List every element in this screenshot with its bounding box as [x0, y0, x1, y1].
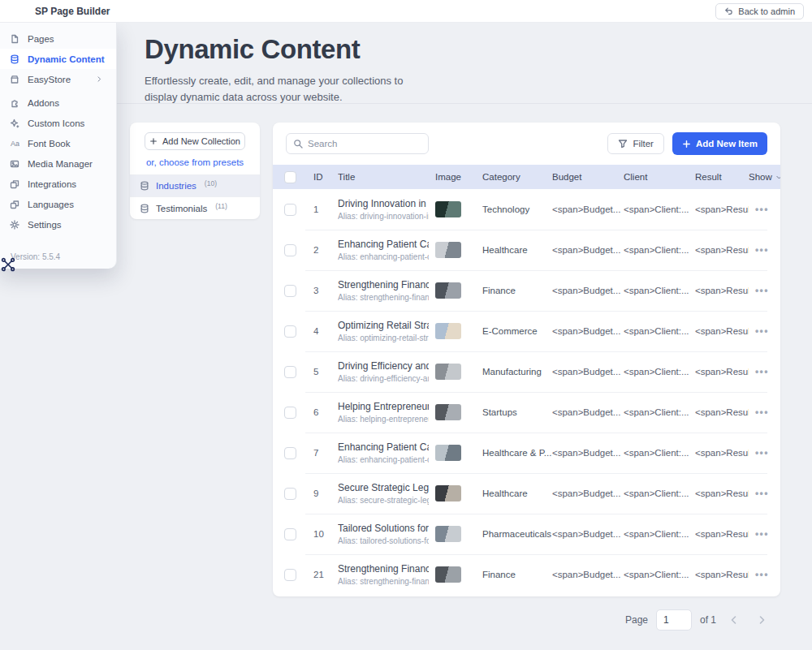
- column-header-category: Category: [482, 172, 552, 182]
- row-checkbox[interactable]: [284, 407, 296, 419]
- row-result: <span>Result: [695, 489, 749, 498]
- add-new-item-button[interactable]: Add New Item: [672, 132, 767, 155]
- row-id: 21: [304, 570, 338, 579]
- row-title[interactable]: Secure Strategic Legal ...: [338, 482, 429, 493]
- row-thumbnail-image: [435, 404, 461, 420]
- row-category: Finance: [482, 570, 552, 579]
- row-checkbox[interactable]: [284, 447, 296, 459]
- row-thumbnail-image: [435, 485, 461, 501]
- database-icon: [10, 54, 20, 64]
- row-actions-menu-icon[interactable]: •••: [755, 529, 769, 539]
- sidebar-item-languages[interactable]: Languages: [0, 194, 116, 214]
- table-row: 7 Enhancing Patient Care ... Alias: enha…: [273, 433, 780, 473]
- sidebar-item-media-manager[interactable]: Media Manager: [0, 153, 116, 174]
- languages-icon: [10, 200, 20, 209]
- collection-item-industries[interactable]: Industries(10): [130, 175, 260, 197]
- sidebar-item-easystore[interactable]: EasyStore: [0, 69, 116, 89]
- hamburger-menu-icon[interactable]: [8, 3, 26, 19]
- row-result: <span>Result: [695, 529, 749, 539]
- row-thumbnail-image: [435, 323, 461, 339]
- select-all-checkbox[interactable]: [284, 171, 296, 183]
- row-actions-menu-icon[interactable]: •••: [755, 448, 769, 458]
- sidebar-item-dynamic-content[interactable]: Dynamic Content: [0, 49, 116, 69]
- row-budget: <span>Budget...: [552, 489, 624, 498]
- row-thumbnail-image: [435, 364, 461, 380]
- row-checkbox[interactable]: [284, 366, 296, 378]
- sidebar-item-addons[interactable]: Addons: [0, 93, 116, 113]
- row-client: <span>Client:...: [624, 286, 695, 295]
- row-title[interactable]: Tailored Solutions for Ev...: [338, 523, 429, 534]
- page-label: Page: [625, 614, 648, 626]
- row-id: 7: [304, 448, 338, 458]
- row-result: <span>Result: [695, 448, 749, 458]
- previous-page-button[interactable]: [724, 610, 744, 630]
- row-checkbox[interactable]: [284, 325, 296, 338]
- row-result: <span>Result: [695, 326, 749, 336]
- search-box: [286, 133, 429, 154]
- column-header-title: Title: [338, 172, 435, 182]
- page-number-input[interactable]: [656, 609, 692, 631]
- row-thumbnail-image: [435, 242, 461, 258]
- settings-icon: [10, 220, 20, 230]
- row-checkbox[interactable]: [284, 488, 296, 500]
- row-alias: Alias: enhancing-patient-ca...: [338, 455, 429, 464]
- sidebar-item-settings[interactable]: Settings: [0, 214, 116, 235]
- table-toolbar: Filter Add New Item: [273, 123, 780, 165]
- row-title[interactable]: Driving Efficiency and P...: [338, 360, 429, 372]
- joomla-logo-icon: [1, 257, 15, 272]
- sidebar-item-pages[interactable]: Pages: [0, 28, 116, 49]
- row-client: <span>Client:...: [624, 570, 695, 579]
- column-header-client: Client: [624, 172, 695, 182]
- back-to-admin-button[interactable]: Back to admin: [715, 3, 804, 19]
- puzzle-icon: [10, 98, 20, 108]
- row-title[interactable]: Enhancing Patient Care ...: [338, 239, 429, 250]
- row-actions-menu-icon[interactable]: •••: [755, 286, 769, 295]
- row-title[interactable]: Strengthening Financial ...: [338, 279, 429, 291]
- row-actions-menu-icon[interactable]: •••: [755, 204, 769, 214]
- table-row: 1 Driving Innovation in a R... Alias: dr…: [273, 189, 780, 230]
- row-actions-menu-icon[interactable]: •••: [755, 245, 769, 255]
- row-budget: <span>Budget...: [552, 286, 624, 295]
- row-id: 9: [304, 489, 338, 498]
- row-checkbox[interactable]: [284, 244, 296, 256]
- row-client: <span>Client:...: [624, 204, 695, 214]
- row-actions-menu-icon[interactable]: •••: [755, 407, 769, 417]
- row-actions-menu-icon[interactable]: •••: [755, 326, 769, 336]
- topbar: SP Page Builder Back to admin: [0, 0, 812, 23]
- chevron-right-icon: [757, 615, 767, 625]
- collection-item-testimonials[interactable]: Testimonials(11): [130, 197, 260, 219]
- row-actions-menu-icon[interactable]: •••: [755, 570, 769, 579]
- search-input[interactable]: [308, 139, 421, 149]
- row-title[interactable]: Driving Innovation in a R...: [338, 198, 429, 209]
- sidebar-item-font-book[interactable]: Aa Font Book: [0, 133, 116, 153]
- choose-presets-link[interactable]: or, choose from presets: [130, 157, 260, 167]
- media-icon: [10, 159, 20, 169]
- plus-icon: [149, 137, 158, 145]
- row-budget: <span>Budget...: [552, 448, 624, 458]
- row-category: Pharmaceuticals: [482, 529, 552, 539]
- sidebar-item-integrations[interactable]: Integrations: [0, 174, 116, 194]
- row-alias: Alias: driving-innovation-in-...: [338, 212, 429, 221]
- plus-icon: [682, 140, 691, 149]
- add-new-collection-button[interactable]: Add New Collection: [145, 132, 245, 150]
- row-category: Technology: [482, 204, 552, 214]
- search-icon: [293, 139, 303, 149]
- pagination: Page of 1: [625, 609, 771, 631]
- row-actions-menu-icon[interactable]: •••: [755, 489, 769, 498]
- row-checkbox[interactable]: [284, 569, 296, 581]
- row-title[interactable]: Enhancing Patient Care ...: [338, 441, 429, 453]
- row-id: 6: [304, 407, 338, 417]
- row-actions-menu-icon[interactable]: •••: [755, 367, 769, 377]
- row-id: 10: [304, 529, 338, 539]
- column-header-show[interactable]: Show: [749, 172, 780, 182]
- row-checkbox[interactable]: [284, 204, 296, 216]
- row-title[interactable]: Optimizing Retail Strate...: [338, 320, 429, 331]
- database-icon: [140, 204, 149, 213]
- row-title[interactable]: Strengthening Financial ...: [338, 563, 429, 575]
- next-page-button[interactable]: [752, 610, 771, 630]
- sidebar-item-custom-icons[interactable]: Custom Icons: [0, 113, 116, 133]
- row-checkbox[interactable]: [284, 285, 296, 297]
- row-checkbox[interactable]: [284, 528, 296, 540]
- row-title[interactable]: Helping Entrepreneurs ...: [338, 401, 429, 412]
- filter-button[interactable]: Filter: [607, 133, 664, 154]
